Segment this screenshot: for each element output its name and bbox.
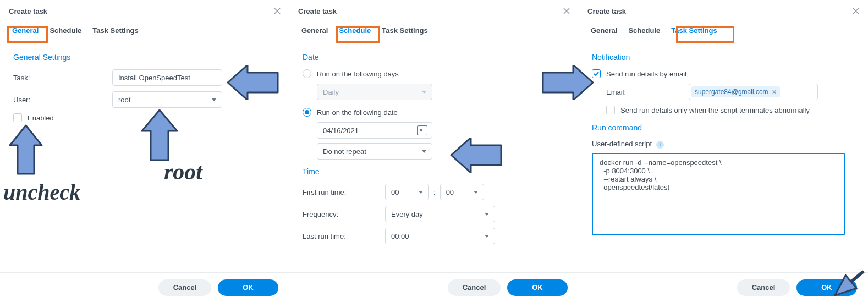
section-general-settings: General Settings xyxy=(13,53,276,62)
cancel-button[interactable]: Cancel xyxy=(158,279,211,296)
radio-following-days[interactable] xyxy=(303,69,311,78)
chevron-down-icon xyxy=(485,213,489,216)
last-run-label: Last run time: xyxy=(303,232,385,240)
remove-chip-icon[interactable]: ✕ xyxy=(772,89,777,96)
content: Date Run on the following days Daily Run… xyxy=(289,40,579,272)
chevron-down-icon xyxy=(474,191,478,194)
opt-days-label: Run on the following days xyxy=(317,70,399,78)
footer: Cancel OK xyxy=(289,272,579,302)
titlebar: Create task xyxy=(289,0,579,22)
titlebar: Create task xyxy=(579,0,868,22)
cancel-button[interactable]: Cancel xyxy=(737,279,790,296)
tab-schedule[interactable]: Schedule xyxy=(623,23,666,39)
chevron-down-icon xyxy=(422,150,426,153)
ok-button[interactable]: OK xyxy=(507,279,568,296)
opt-date-label: Run on the following date xyxy=(317,108,398,117)
section-notification: Notification xyxy=(592,53,855,62)
tab-settings[interactable]: Task Settings xyxy=(666,23,723,39)
chevron-down-icon xyxy=(212,98,216,101)
tab-schedule[interactable]: Schedule xyxy=(44,23,87,39)
first-run-min[interactable]: 00 xyxy=(440,184,484,200)
send-email-checkbox[interactable] xyxy=(592,69,601,78)
script-label: User-defined script xyxy=(592,140,652,148)
enabled-checkbox[interactable] xyxy=(13,113,22,122)
window-title: Create task xyxy=(587,7,626,15)
close-icon[interactable] xyxy=(850,6,861,17)
abnormal-checkbox[interactable] xyxy=(606,106,615,114)
tabs: General Schedule Task Settings xyxy=(579,22,868,40)
section-date: Date xyxy=(303,53,565,62)
tab-general[interactable]: General xyxy=(585,23,623,39)
chevron-down-icon xyxy=(422,91,426,94)
email-chip: supergate84@gmail.com ✕ xyxy=(691,86,780,97)
ok-button[interactable]: OK xyxy=(218,279,278,296)
footer: Cancel OK xyxy=(0,272,289,302)
tabs: General Schedule Task Settings xyxy=(289,22,579,40)
calendar-icon xyxy=(417,125,427,135)
frequency-select[interactable]: Every day xyxy=(385,206,495,222)
footer: Cancel OK xyxy=(579,272,868,302)
task-input[interactable]: Install OpenSpeedTest xyxy=(112,69,222,86)
cancel-button[interactable]: Cancel xyxy=(448,279,501,296)
repeat-select[interactable]: Do not repeat xyxy=(317,143,432,160)
close-icon[interactable] xyxy=(272,6,283,17)
content: General Settings Task: Install OpenSpeed… xyxy=(0,40,289,272)
tab-general[interactable]: General xyxy=(296,23,333,39)
email-label: Email: xyxy=(606,88,689,96)
task-label: Task: xyxy=(13,74,112,82)
panel-general: Create task General Schedule Task Settin… xyxy=(0,0,289,302)
frequency-label: Frequency: xyxy=(303,210,385,218)
tabs: General Schedule Task Settings xyxy=(0,22,289,40)
time-colon: : xyxy=(433,188,436,196)
tab-settings[interactable]: Task Settings xyxy=(376,23,433,39)
radio-following-date[interactable] xyxy=(303,108,311,117)
titlebar: Create task xyxy=(0,0,289,22)
chevron-down-icon xyxy=(485,235,489,238)
info-icon[interactable]: i xyxy=(656,141,664,149)
tab-general[interactable]: General xyxy=(7,23,44,39)
user-select[interactable]: root xyxy=(112,91,222,108)
tab-schedule[interactable]: Schedule xyxy=(333,23,376,39)
content: Notification Send run details by email E… xyxy=(579,40,868,272)
script-textarea[interactable]: docker run -d --name=openspeedtest \ -p … xyxy=(592,153,845,235)
panel-schedule: Create task General Schedule Task Settin… xyxy=(289,0,579,302)
window-title: Create task xyxy=(9,7,47,15)
chevron-down-icon xyxy=(419,191,423,194)
first-run-hour[interactable]: 00 xyxy=(385,184,429,200)
section-run-command: Run command xyxy=(592,123,855,132)
window-title: Create task xyxy=(298,7,337,15)
send-email-label: Send run details by email xyxy=(606,70,686,78)
close-icon[interactable] xyxy=(561,6,572,17)
days-select: Daily xyxy=(317,84,432,100)
first-run-label: First run time: xyxy=(303,188,385,196)
date-input[interactable]: 04/16/2021 xyxy=(317,122,432,139)
last-run-select[interactable]: 00:00 xyxy=(385,228,495,244)
user-label: User: xyxy=(13,96,112,104)
ok-button[interactable]: OK xyxy=(796,279,857,296)
abnormal-label: Send run details only when the script te… xyxy=(620,106,810,114)
tab-settings[interactable]: Task Settings xyxy=(87,23,144,39)
email-input[interactable]: supergate84@gmail.com ✕ xyxy=(689,84,818,100)
panel-task-settings: Create task General Schedule Task Settin… xyxy=(579,0,868,302)
enabled-label: Enabled xyxy=(28,114,54,122)
section-time: Time xyxy=(303,167,565,176)
